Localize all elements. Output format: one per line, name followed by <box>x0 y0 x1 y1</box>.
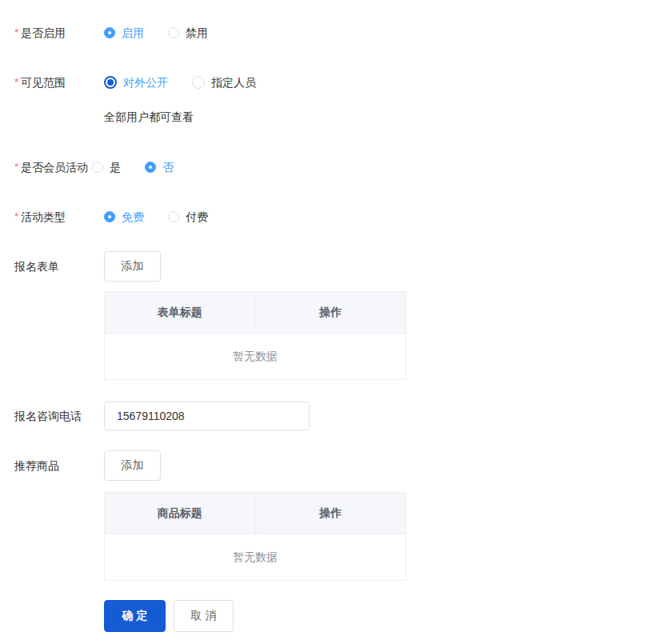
footer-buttons: 确 定 取 消 <box>104 600 234 632</box>
form-item-activity-type: *活动类型 免费 付费 <box>14 209 664 225</box>
signup-form-label: 报名表单 <box>14 258 104 274</box>
visibility-label-text: 可见范围 <box>21 76 66 89</box>
products-label: 推荐商品 <box>14 458 104 474</box>
visibility-helper-text: 全部用户都可查看 <box>104 109 256 125</box>
form-item-phone: 报名咨询电话 <box>14 402 664 430</box>
radio-member-no-label: 否 <box>162 159 174 175</box>
products-table-header-action: 操作 <box>256 493 406 534</box>
radio-unselected-icon <box>192 76 205 89</box>
radio-enable-on[interactable]: 启用 <box>104 25 144 41</box>
radio-dot <box>149 166 152 169</box>
radio-selected-icon <box>145 162 156 173</box>
radio-type-free[interactable]: 免费 <box>104 209 144 225</box>
radio-visibility-specified[interactable]: 指定人员 <box>192 74 256 90</box>
products-table: 商品标题 操作 暂无数据 <box>104 492 406 581</box>
enable-label: *是否启用 <box>14 25 104 41</box>
signup-form-table-header-action: 操作 <box>256 292 406 333</box>
products-table-header-title: 商品标题 <box>105 493 256 534</box>
radio-enable-on-label: 启用 <box>122 25 144 41</box>
products-table-header: 商品标题 操作 <box>105 493 406 534</box>
form-item-visibility: *可见范围 对外公开 指定人员 全部用户都可查看 <box>14 74 664 125</box>
radio-visibility-specified-label: 指定人员 <box>211 74 256 90</box>
form-footer: 确 定 取 消 <box>14 600 664 632</box>
radio-visibility-public[interactable]: 对外公开 <box>104 74 168 90</box>
confirm-button[interactable]: 确 定 <box>104 600 166 632</box>
activity-type-label: *活动类型 <box>14 209 104 225</box>
visibility-label: *可见范围 <box>14 74 104 90</box>
phone-label: 报名咨询电话 <box>14 408 104 424</box>
form-item-member: *是否会员活动 是 否 <box>14 159 664 175</box>
visibility-radio-group: 对外公开 指定人员 <box>104 74 256 90</box>
radio-dot <box>108 215 111 218</box>
radio-visibility-public-label: 对外公开 <box>123 74 168 90</box>
radio-unselected-icon <box>168 27 179 38</box>
radio-type-free-label: 免费 <box>122 209 144 225</box>
required-asterisk: * <box>14 161 18 173</box>
products-table-empty-text: 暂无数据 <box>105 534 406 580</box>
form-item-products: 推荐商品 添加 <box>14 450 664 481</box>
signup-form-table: 表单标题 操作 暂无数据 <box>104 291 406 380</box>
activity-type-radio-group: 免费 付费 <box>104 209 208 225</box>
phone-input[interactable] <box>104 402 310 430</box>
cancel-button[interactable]: 取 消 <box>174 600 234 632</box>
visibility-control: 对外公开 指定人员 全部用户都可查看 <box>104 74 256 125</box>
signup-form-add-button[interactable]: 添加 <box>104 251 161 282</box>
signup-form-control: 添加 <box>104 251 161 282</box>
phone-label-text: 报名咨询电话 <box>14 410 82 422</box>
radio-selected-icon <box>104 27 115 38</box>
radio-enable-off-label: 禁用 <box>186 25 208 41</box>
signup-form-table-row: 表单标题 操作 暂无数据 <box>14 291 664 380</box>
required-asterisk: * <box>14 210 18 222</box>
required-asterisk: * <box>14 26 18 38</box>
phone-control <box>104 402 310 430</box>
products-control: 添加 <box>104 450 161 481</box>
radio-type-paid[interactable]: 付费 <box>168 209 208 225</box>
required-asterisk: * <box>14 76 18 88</box>
enable-radio-group: 启用 禁用 <box>104 25 208 41</box>
radio-member-yes-label: 是 <box>110 159 121 175</box>
enable-label-text: 是否启用 <box>21 26 66 39</box>
signup-form-table-empty-text: 暂无数据 <box>105 334 406 379</box>
radio-selected-icon <box>104 211 115 222</box>
activity-type-label-text: 活动类型 <box>21 210 66 223</box>
radio-member-yes[interactable]: 是 <box>92 159 121 175</box>
member-label-text: 是否会员活动 <box>21 161 88 174</box>
member-radio-group: 是 否 <box>92 159 174 175</box>
signup-form-label-text: 报名表单 <box>14 260 59 273</box>
member-label: *是否会员活动 <box>14 159 92 175</box>
radio-unselected-icon <box>168 211 179 222</box>
products-label-text: 推荐商品 <box>14 459 59 472</box>
signup-form-table-header: 表单标题 操作 <box>105 292 406 334</box>
signup-form-table-header-title: 表单标题 <box>105 292 256 333</box>
activity-form: *是否启用 启用 禁用 *可见范围 对外公开 指定人员 <box>0 0 664 632</box>
products-table-row: 商品标题 操作 暂无数据 <box>14 492 664 581</box>
form-item-enable: *是否启用 启用 禁用 <box>14 25 664 41</box>
radio-type-paid-label: 付费 <box>186 209 208 225</box>
radio-dot <box>108 31 111 34</box>
form-item-signup-form: 报名表单 添加 <box>14 251 664 282</box>
products-add-button[interactable]: 添加 <box>104 450 161 481</box>
radio-unselected-icon <box>92 162 103 173</box>
radio-member-no[interactable]: 否 <box>145 159 174 175</box>
radio-dot <box>107 79 114 86</box>
radio-selected-icon <box>104 76 117 89</box>
radio-enable-off[interactable]: 禁用 <box>168 25 208 41</box>
